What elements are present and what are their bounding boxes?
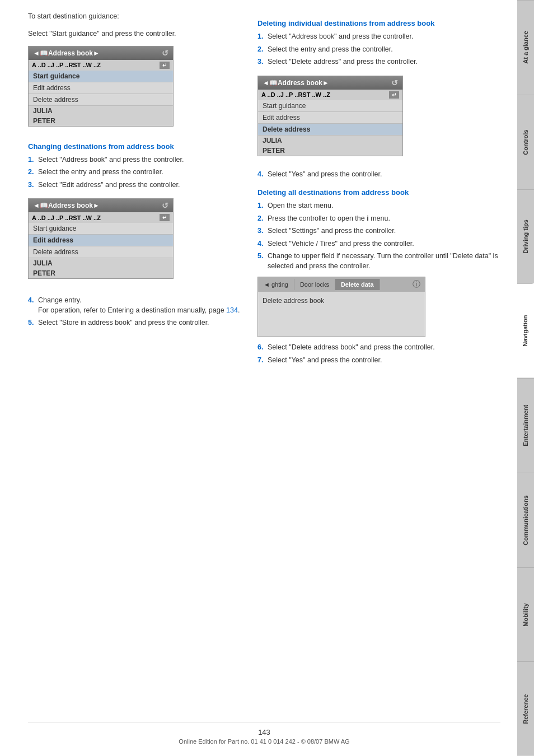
nav-arrow-right-2: ► (93, 202, 100, 209)
footer-text: Online Edition for Part no. 01 41 0 014 … (179, 738, 349, 745)
tab-door-locks[interactable]: Door locks (294, 279, 335, 290)
delete-individual-step4: 4. Select "Yes" and press the controller… (257, 170, 500, 180)
book-icon-3: 📖 (269, 79, 278, 87)
name-peter-3: PETER (258, 146, 402, 156)
enter-button-3[interactable]: ↵ (389, 91, 399, 99)
address-book-widget-2: ◄ 📖 Address book ► ↺ A ..D ..J ..P ..RST… (28, 198, 174, 287)
menu-edit-address-2[interactable]: Edit address (29, 235, 173, 246)
section-heading-delete-individual: Deleting individual destinations from ad… (257, 19, 500, 27)
delete-all-steps: 1. Open the start menu. 2. Press the con… (257, 201, 500, 271)
info-icon: ⓘ (408, 277, 425, 292)
side-tabs: At a glance Controls Driving tips Naviga… (517, 0, 534, 756)
book-icon: 📖 (40, 49, 48, 57)
del-all-step-6: 6. Select "Delete address book" and pres… (257, 343, 500, 353)
side-tab-driving-tips[interactable]: Driving tips (517, 189, 534, 284)
page-link-134[interactable]: 134 (226, 306, 238, 314)
side-tab-mobility[interactable]: Mobility (517, 567, 534, 662)
refresh-icon-3: ↺ (391, 78, 398, 87)
change-step-3: 3. Select "Edit address" and press the c… (28, 180, 241, 190)
name-julia-2: JULIA (29, 258, 173, 268)
side-tab-navigation[interactable]: Navigation (517, 283, 534, 378)
menu-edit-address[interactable]: Edit address (29, 82, 173, 94)
nav-arrow-right: ► (93, 49, 100, 57)
side-tab-controls[interactable]: Controls (517, 95, 534, 189)
intro-line2: Select "Start guidance" and press the co… (28, 29, 241, 39)
del-ind-step-3: 3. Select "Delete address" and press the… (257, 57, 500, 67)
change-step-5: 5. Select "Store in address book" and pr… (28, 318, 241, 328)
delete-individual-steps: 1. Select "Address book" and press the c… (257, 32, 500, 67)
side-tab-reference[interactable]: Reference (517, 661, 534, 756)
header-text: Address book (48, 49, 93, 57)
menu-edit-address-3[interactable]: Edit address (258, 112, 402, 124)
change-step-4: 4. Change entry. For operation, refer to… (28, 296, 241, 315)
address-book-widget-1: ◄ 📖 Address book ► ↺ A ..D ..J ..P ..RST… (28, 46, 174, 134)
del-ind-step-1: 1. Select "Address book" and press the c… (257, 32, 500, 42)
menu-start-guidance-2[interactable]: Start guidance (29, 223, 173, 235)
delete-address-book-item[interactable]: Delete address book (263, 295, 420, 306)
nav-arrow-left: ◄ (33, 49, 40, 57)
delete-all-steps-6-7: 6. Select "Delete address book" and pres… (257, 343, 500, 365)
alphabet-text-3: A ..D ..J ..P ..RST ..W ..Z (261, 91, 330, 98)
del-all-step-7: 7. Select "Yes" and press the controller… (257, 356, 500, 366)
change-steps-list-2: 4. Change entry. For operation, refer to… (28, 296, 241, 328)
tab-delete-data[interactable]: Delete data (335, 279, 380, 290)
nav-arrow-left-2: ◄ (33, 202, 40, 209)
menu-delete-address-3[interactable]: Delete address (258, 124, 402, 136)
menu-delete-address-2[interactable]: Delete address (29, 246, 173, 258)
del-all-step-2: 2. Press the controller to open the i me… (257, 214, 500, 224)
menu-start-guidance[interactable]: Start guidance (29, 71, 173, 82)
del-all-step-4: 4. Select "Vehicle / Tires" and press th… (257, 239, 500, 249)
name-julia-3: JULIA (258, 136, 402, 146)
refresh-icon: ↺ (162, 49, 168, 58)
intro-line1: To start destination guidance: (28, 11, 241, 22)
alphabet-text: A ..D ..J ..P ..RST ..W ..Z (32, 62, 101, 68)
side-tab-entertainment[interactable]: Entertainment (517, 378, 534, 473)
del-ind-step-2: 2. Select the entry and press the contro… (257, 45, 500, 55)
book-icon-2: 📖 (40, 202, 48, 209)
side-tab-at-a-glance[interactable]: At a glance (517, 0, 534, 95)
page-footer: 143 Online Edition for Part no. 01 41 0 … (28, 722, 500, 745)
change-steps-list: 1. Select "Address book" and press the c… (28, 155, 241, 190)
nav-arrow-left-3: ◄ (263, 79, 269, 87)
nav-arrow-right-3: ► (322, 79, 329, 87)
section-heading-delete-all: Deleting all destinations from address b… (257, 188, 500, 197)
header-text-3: Address book (278, 79, 322, 87)
page-number: 143 (28, 728, 500, 736)
header-text-2: Address book (48, 202, 93, 209)
menu-start-guidance-3[interactable]: Start guidance (258, 100, 402, 112)
address-book-widget-3: ◄ 📖 Address book ► ↺ A ..D ..J ..P ..RST… (257, 76, 403, 164)
del-all-step-5: 5. Change to upper field if necessary. T… (257, 251, 500, 271)
section-heading-change: Changing destinations from address book (28, 142, 241, 151)
menu-delete-address[interactable]: Delete address (29, 94, 173, 106)
del-all-step-1: 1. Open the start menu. (257, 201, 500, 211)
name-julia: JULIA (29, 106, 173, 116)
alphabet-text-2: A ..D ..J ..P ..RST ..W ..Z (32, 214, 101, 221)
tab-lighting[interactable]: ◄ ghting (258, 279, 294, 290)
side-tab-communications[interactable]: Communications (517, 473, 534, 567)
change-step-2: 2. Select the entry and press the contro… (28, 167, 241, 178)
name-peter-2: PETER (29, 268, 173, 278)
enter-button-2[interactable]: ↵ (160, 214, 170, 221)
del-all-step-3: 3. Select "Settings" and press the contr… (257, 226, 500, 236)
enter-button[interactable]: ↵ (160, 62, 170, 69)
name-peter: PETER (29, 116, 173, 126)
change-step-1: 1. Select "Address book" and press the c… (28, 155, 241, 165)
delete-data-widget: ◄ ghting Door locks Delete data ⓘ Delete… (257, 277, 425, 337)
refresh-icon-2: ↺ (162, 201, 168, 210)
del-ind-step-4: 4. Select "Yes" and press the controller… (257, 170, 500, 180)
